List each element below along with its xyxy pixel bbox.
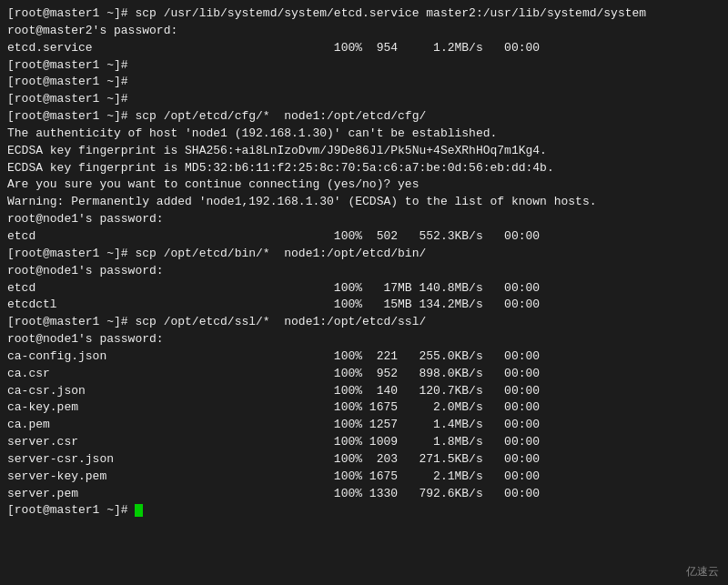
terminal-line: The authenticity of host 'node1 (192.168… (7, 126, 721, 143)
terminal-content: [root@master1 ~]# scp /usr/lib/systemd/s… (7, 5, 721, 519)
watermark: 亿速云 (686, 564, 719, 580)
terminal-line: server.csr 100% 1009 1.8MB/s 00:00 (7, 434, 721, 451)
terminal-cursor (135, 504, 143, 517)
terminal-line: server-csr.json 100% 203 271.5KB/s 00:00 (7, 451, 721, 469)
terminal-line: etcdctl 100% 15MB 134.2MB/s 00:00 (7, 297, 721, 314)
terminal-line: [root@master1 ~]# (7, 74, 721, 91)
terminal-line: root@node1's password: (7, 211, 721, 228)
terminal-line: ECDSA key fingerprint is SHA256:+ai8LnIz… (7, 143, 721, 160)
terminal-line: root@node1's password: (7, 331, 721, 348)
terminal-line: Are you sure you want to continue connec… (7, 177, 721, 194)
terminal-line: root@node1's password: (7, 263, 721, 280)
terminal-line: [root@master1 ~]# (7, 57, 721, 75)
terminal-window[interactable]: [root@master1 ~]# scp /usr/lib/systemd/s… (0, 0, 728, 585)
terminal-line: [root@master1 ~]# (7, 502, 721, 519)
terminal-line: etcd 100% 502 552.3KB/s 00:00 (7, 228, 721, 246)
terminal-line: ECDSA key fingerprint is MD5:32:b6:11:f2… (7, 160, 721, 177)
terminal-line: [root@master1 ~]# (7, 91, 721, 108)
terminal-line: ca-key.pem 100% 1675 2.0MB/s 00:00 (7, 399, 721, 417)
terminal-line: ca.pem 100% 1257 1.4MB/s 00:00 (7, 417, 721, 434)
terminal-line: ca.csr 100% 952 898.0KB/s 00:00 (7, 366, 721, 383)
terminal-line: etcd 100% 17MB 140.8MB/s 00:00 (7, 280, 721, 298)
terminal-line: ca-config.json 100% 221 255.0KB/s 00:00 (7, 348, 721, 366)
terminal-line: server.pem 100% 1330 792.6KB/s 00:00 (7, 486, 721, 503)
terminal-line: [root@master1 ~]# scp /opt/etcd/cfg/* no… (7, 108, 721, 126)
terminal-line: server-key.pem 100% 1675 2.1MB/s 00:00 (7, 469, 721, 486)
terminal-line: [root@master1 ~]# scp /opt/etcd/ssl/* no… (7, 314, 721, 331)
terminal-line: etcd.service 100% 954 1.2MB/s 00:00 (7, 40, 721, 57)
terminal-line: Warning: Permanently added 'node1,192.16… (7, 194, 721, 211)
terminal-line: [root@master1 ~]# scp /usr/lib/systemd/s… (7, 5, 721, 23)
terminal-line: root@master2's password: (7, 23, 721, 40)
terminal-line: ca-csr.json 100% 140 120.7KB/s 00:00 (7, 383, 721, 400)
terminal-line: [root@master1 ~]# scp /opt/etcd/bin/* no… (7, 246, 721, 263)
